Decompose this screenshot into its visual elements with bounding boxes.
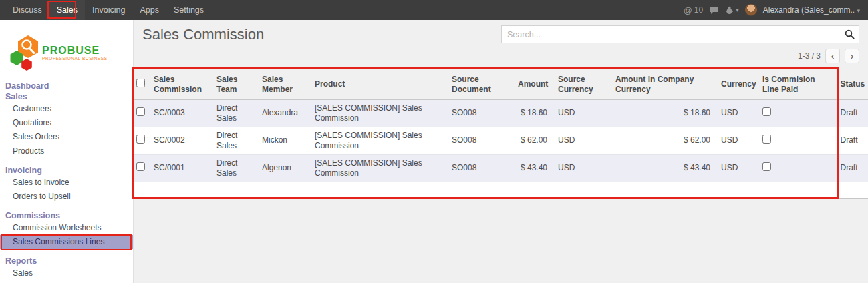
page-title: Sales Commission — [142, 26, 264, 43]
cell-sales-team: Direct Sales — [211, 127, 257, 154]
search-bar — [501, 25, 859, 43]
empty-row — [134, 182, 868, 198]
cell-sales-team: Direct Sales — [211, 154, 257, 182]
cell-product: [SALES COMMISSION] Sales Commission — [309, 99, 446, 127]
cell-company-amount: $ 18.60 — [610, 99, 716, 127]
cell-sales-commission: SC/0002 — [148, 127, 211, 154]
sidebar: PROBUSE PROFESSIONAL BUSINESS Dashboard … — [0, 20, 134, 283]
pager-next-button[interactable]: › — [845, 49, 859, 63]
cell-source-document: SO008 — [446, 154, 513, 182]
menu-invoicing[interactable]: Invoicing — [85, 0, 132, 20]
table-row[interactable]: SC/0002 Direct Sales Mickon [SALES COMMI… — [134, 127, 868, 154]
main-menu: Discuss Sales Invoicing Apps Settings — [5, 0, 211, 20]
select-all-checkbox[interactable] — [136, 79, 145, 87]
table-row[interactable]: SC/0001 Direct Sales Algenon [SALES COMM… — [134, 154, 868, 182]
control-panel: Sales Commission 1-3 / 3 ‹ › — [134, 20, 868, 70]
mentions-button[interactable]: @ 10 — [684, 5, 704, 15]
chevron-down-icon: ▾ — [857, 7, 860, 14]
column-header-amount-company-currency[interactable]: Amount in Company Currency — [610, 70, 716, 99]
top-navbar: Discuss Sales Invoicing Apps Settings @ … — [0, 0, 868, 20]
cell-source-currency: USD — [553, 99, 610, 127]
sidebar-item-sales-to-invoice[interactable]: Sales to Invoice — [0, 176, 133, 190]
column-header-sales-member[interactable]: Sales Member — [257, 70, 309, 99]
menu-settings[interactable]: Settings — [166, 0, 211, 20]
column-header-source-currency[interactable]: Source Currency — [553, 70, 610, 99]
column-header-amount[interactable]: Amount — [513, 70, 553, 99]
cell-company-amount: $ 43.40 — [610, 154, 716, 182]
sidebar-item-orders-to-upsell[interactable]: Orders to Upsell — [0, 190, 133, 204]
activity-icon — [725, 6, 734, 15]
row-checkbox[interactable] — [136, 107, 145, 116]
column-header-sales-team[interactable]: Sales Team — [211, 70, 257, 99]
brand-name: PROBUSE — [42, 45, 108, 56]
column-header-is-commission-line-paid[interactable]: Is Commision Line Paid — [757, 70, 837, 99]
commission-lines-table: Sales Commission Sales Team Sales Member… — [134, 70, 868, 199]
sidebar-item-customers[interactable]: Customers — [0, 102, 133, 116]
sidebar-item-sales-commissions-lines[interactable]: Sales Commissions Lines — [0, 235, 133, 249]
sidebar-heading-dashboard[interactable]: Dashboard — [0, 81, 133, 91]
sidebar-nav: Dashboard Sales Customers Quotations Sal… — [0, 81, 133, 280]
cell-status: Draft — [837, 127, 868, 154]
brand-tagline: PROFESSIONAL BUSINESS — [42, 56, 108, 61]
sidebar-heading-invoicing[interactable]: Invoicing — [0, 165, 133, 176]
pager: 1-3 / 3 ‹ › — [798, 49, 859, 63]
cell-sales-team: Direct Sales — [211, 99, 257, 127]
chevron-down-icon: ▾ — [736, 7, 739, 13]
column-header-sales-commission[interactable]: Sales Commission — [148, 70, 211, 99]
is-paid-checkbox[interactable] — [762, 107, 771, 116]
column-header-currency[interactable]: Currency — [716, 70, 757, 99]
cell-source-currency: USD — [553, 154, 610, 182]
sidebar-item-sales-orders[interactable]: Sales Orders — [0, 130, 133, 144]
chat-bubble-icon — [709, 6, 719, 15]
user-menu[interactable]: Alexandra (Sales_comm.. ▾ — [763, 5, 860, 15]
user-avatar[interactable] — [745, 4, 757, 16]
sidebar-heading-commissions[interactable]: Commissions — [0, 210, 133, 221]
sidebar-heading-sales[interactable]: Sales — [0, 91, 133, 102]
cell-product: [SALES COMMISSION] Sales Commission — [309, 154, 446, 182]
table-row[interactable]: SC/0003 Direct Sales Alexandra [SALES CO… — [134, 99, 868, 127]
cell-amount: $ 62.00 — [513, 127, 553, 154]
at-icon: @ — [684, 5, 692, 15]
table-header-row: Sales Commission Sales Team Sales Member… — [134, 70, 868, 99]
row-checkbox[interactable] — [136, 135, 145, 144]
cell-amount: $ 18.60 — [513, 99, 553, 127]
cell-product: [SALES COMMISSION] Sales Commission — [309, 127, 446, 154]
list-view: Sales Commission Sales Team Sales Member… — [134, 70, 868, 199]
sidebar-item-commission-worksheets[interactable]: Commission Worksheets — [0, 221, 133, 235]
is-paid-checkbox[interactable] — [762, 135, 771, 144]
cell-status: Draft — [837, 154, 868, 182]
cell-sales-member: Algenon — [257, 154, 309, 182]
cell-company-amount: $ 62.00 — [610, 127, 716, 154]
mention-count: 10 — [694, 5, 703, 15]
sidebar-item-products[interactable]: Products — [0, 144, 133, 158]
sidebar-item-quotations[interactable]: Quotations — [0, 116, 133, 130]
menu-sales[interactable]: Sales — [49, 0, 85, 20]
row-checkbox[interactable] — [136, 162, 145, 171]
brand-text: PROBUSE PROFESSIONAL BUSINESS — [42, 45, 108, 61]
column-header-status[interactable]: Status — [837, 70, 868, 99]
pager-range: 1-3 / 3 — [798, 51, 821, 61]
is-paid-checkbox[interactable] — [762, 162, 771, 171]
cell-currency: USD — [716, 99, 757, 127]
search-input[interactable] — [502, 30, 840, 39]
cell-currency: USD — [716, 127, 757, 154]
cell-sales-member: Alexandra — [257, 99, 309, 127]
search-icon[interactable] — [840, 29, 859, 39]
probuse-logo-icon — [8, 34, 39, 71]
cell-sales-member: Mickon — [257, 127, 309, 154]
main-content: Sales Commission 1-3 / 3 ‹ › — [134, 20, 868, 283]
user-name: Alexandra (Sales_comm.. — [763, 5, 855, 15]
cell-sales-commission: SC/0001 — [148, 154, 211, 182]
pager-previous-button[interactable]: ‹ — [825, 49, 840, 63]
company-logo[interactable]: PROBUSE PROFESSIONAL BUSINESS — [0, 20, 133, 77]
messages-button[interactable] — [709, 6, 719, 15]
column-header-product[interactable]: Product — [309, 70, 446, 99]
cell-status: Draft — [837, 99, 868, 127]
sidebar-heading-reports[interactable]: Reports — [0, 256, 133, 266]
cell-sales-commission: SC/0003 — [148, 99, 211, 127]
menu-discuss[interactable]: Discuss — [5, 0, 49, 20]
activities-button[interactable]: ▾ — [725, 6, 739, 15]
sidebar-item-reports-sales[interactable]: Sales — [0, 266, 133, 280]
menu-apps[interactable]: Apps — [132, 0, 166, 20]
column-header-source-document[interactable]: Source Document — [446, 70, 513, 99]
